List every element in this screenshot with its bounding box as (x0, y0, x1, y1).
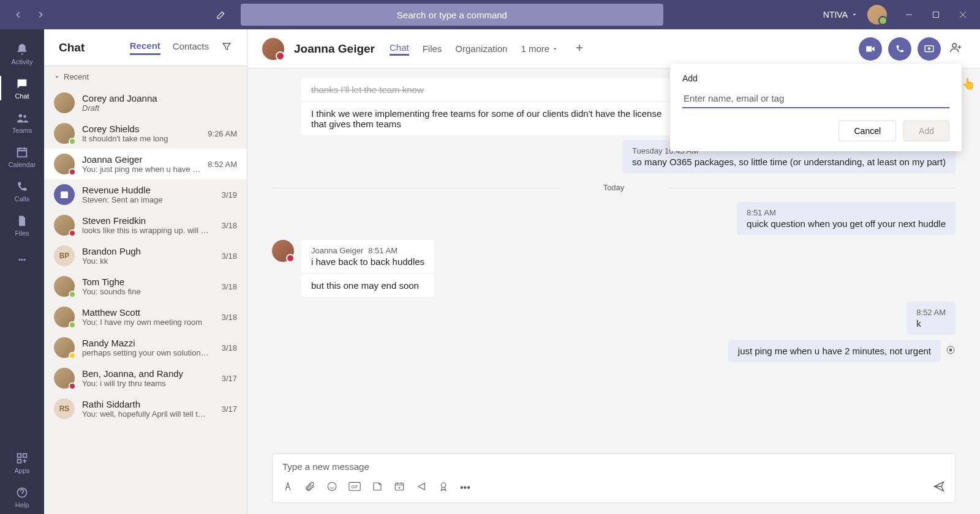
chat-list-item[interactable]: Steven Freidkinlooks like this is wrappi… (44, 210, 247, 240)
rail-more[interactable]: ••• (0, 242, 44, 277)
search-input[interactable]: Search or type a command (241, 4, 663, 26)
rail-calendar[interactable]: Calendar (0, 140, 44, 174)
chat-list-item[interactable]: Revenue HuddleSteven: Sent an image3/19 (44, 179, 247, 210)
help-icon (15, 485, 29, 500)
message-text: i have back to back huddles (311, 256, 424, 267)
chat-preview: Steven: Sent an image (82, 195, 214, 204)
svg-rect-4 (23, 454, 27, 458)
read-receipt-icon (946, 345, 956, 357)
section-header[interactable]: Recent (44, 66, 247, 88)
message-text: so many O365 packages, so little time (o… (632, 157, 946, 167)
forward-button[interactable] (32, 6, 49, 23)
more-icon[interactable]: ••• (460, 482, 470, 493)
new-message-icon[interactable] (209, 9, 233, 20)
filter-icon[interactable] (221, 41, 232, 54)
chat-list-item[interactable]: Ben, Joanna, and RandyYou: i will try th… (44, 363, 247, 393)
chat-time: 3/18 (222, 221, 237, 230)
message-time: 8:51 AM (747, 208, 946, 217)
send-button[interactable] (933, 480, 945, 495)
chat-avatar: BP (54, 245, 75, 266)
tab-contacts[interactable]: Contacts (173, 41, 209, 54)
chat-time: 3/18 (222, 282, 237, 291)
praise-icon[interactable] (438, 481, 449, 494)
rail-apps[interactable]: Apps (0, 445, 44, 480)
rail-label: Calls (15, 195, 29, 203)
back-button[interactable] (10, 6, 27, 23)
chat-avatar (54, 215, 75, 236)
add-people-input[interactable] (682, 89, 949, 108)
message-bubble[interactable]: just ping me when u have 2 minutes, not … (728, 340, 941, 362)
message-bubble[interactable]: thanks I'll let the team know (301, 78, 681, 101)
chat-list-item[interactable]: RSRathi SiddarthYou: well, hopefully Apr… (44, 393, 247, 424)
svg-rect-3 (18, 454, 21, 458)
sticker-icon[interactable] (372, 481, 383, 494)
message-bubble[interactable]: but this one may end soon (301, 274, 434, 297)
close-button[interactable] (956, 7, 970, 22)
chat-avatar (54, 154, 75, 174)
meet-now-icon[interactable] (394, 481, 405, 494)
rail-label: Activity (12, 58, 33, 65)
chat-time: 9:26 AM (208, 129, 237, 138)
sender-avatar[interactable] (272, 240, 294, 262)
rail-teams[interactable]: Teams (0, 105, 44, 140)
chat-header: Joanna Geiger Chat Files Organization 1 … (247, 29, 980, 69)
svg-rect-0 (933, 12, 938, 18)
tabs-more[interactable]: 1 more (521, 43, 558, 54)
add-button[interactable]: Add (903, 121, 949, 141)
chat-preview: You: just ping me when u have … (82, 165, 200, 174)
chat-name: Brandon Pugh (82, 246, 214, 256)
minimize-button[interactable] (902, 7, 916, 22)
stream-icon[interactable] (416, 481, 427, 494)
cancel-button[interactable]: Cancel (839, 121, 896, 141)
message-bubble[interactable]: 8:51 AM quick question when you get off … (737, 202, 956, 235)
rail-help[interactable]: Help (0, 480, 44, 514)
chat-list-item[interactable]: Matthew ScottYou: I have my own meeting … (44, 302, 247, 332)
screen-share-button[interactable] (918, 37, 941, 61)
contact-avatar[interactable] (262, 38, 284, 60)
tab-files[interactable]: Files (423, 43, 442, 54)
chat-preview: You: sounds fine (82, 287, 214, 296)
emoji-icon[interactable] (326, 481, 337, 494)
chat-preview: perhaps setting your own solution… (82, 348, 214, 357)
chat-name: Joanna Geiger (82, 154, 200, 165)
chat-list-item[interactable]: Corey ShieldsIt shouldn't take me long9:… (44, 118, 247, 149)
tab-organization[interactable]: Organization (455, 43, 507, 54)
chat-list-item[interactable]: Randy Mazziperhaps setting your own solu… (44, 332, 247, 363)
gif-icon[interactable]: GIF (349, 482, 361, 494)
chat-list-item[interactable]: Tom TigheYou: sounds fine3/18 (44, 271, 247, 302)
tenant-switcher[interactable]: NTIVA (823, 10, 858, 20)
add-tab-button[interactable] (571, 40, 587, 58)
svg-rect-7 (61, 192, 68, 198)
format-icon[interactable] (282, 481, 293, 494)
maximize-button[interactable] (929, 7, 943, 22)
chat-name: Corey Shields (82, 124, 200, 134)
attach-icon[interactable] (304, 481, 315, 494)
chat-time: 3/18 (222, 343, 237, 352)
chat-list-item[interactable]: Corey and JoannaDraft (44, 88, 247, 118)
profile-avatar[interactable] (867, 5, 887, 24)
tab-recent[interactable]: Recent (130, 40, 160, 55)
app-rail: Activity Chat Teams Calendar Calls Files… (0, 29, 44, 514)
chat-name: Ben, Joanna, and Randy (82, 368, 214, 379)
tab-chat[interactable]: Chat (390, 42, 409, 56)
message-bubble[interactable]: Joanna Geiger8:51 AM i have back to back… (301, 240, 434, 273)
chat-name: Tom Tighe (82, 277, 214, 287)
svg-rect-5 (18, 460, 21, 463)
chat-avatar (54, 92, 75, 113)
chat-preview: You: kk (82, 256, 214, 266)
message-bubble[interactable]: I think we were implementing free teams … (301, 102, 681, 135)
phone-icon (15, 179, 29, 194)
message-bubble[interactable]: 8:52 AM k (907, 302, 956, 335)
video-call-button[interactable] (859, 37, 882, 61)
chat-name: Randy Mazzi (82, 338, 214, 348)
chat-name: Revenue Huddle (82, 185, 214, 195)
compose-input[interactable]: Type a new message (282, 461, 945, 472)
rail-chat[interactable]: Chat (0, 71, 44, 105)
add-people-button[interactable] (947, 39, 965, 59)
rail-calls[interactable]: Calls (0, 174, 44, 208)
chat-list-item[interactable]: BPBrandon PughYou: kk3/18 (44, 240, 247, 271)
rail-activity[interactable]: Activity (0, 37, 44, 71)
chat-list-item[interactable]: Joanna GeigerYou: just ping me when u ha… (44, 149, 247, 179)
audio-call-button[interactable] (888, 37, 911, 61)
rail-files[interactable]: Files (0, 208, 44, 242)
